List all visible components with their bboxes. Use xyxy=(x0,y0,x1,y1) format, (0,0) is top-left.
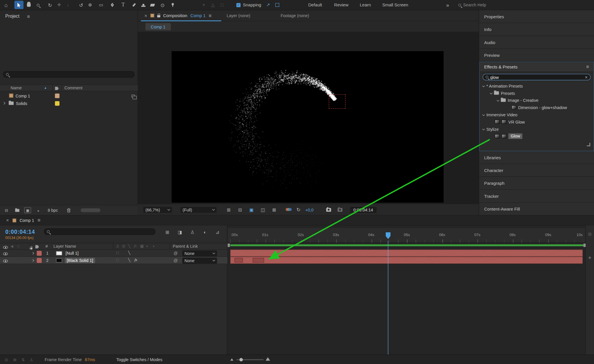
comp-marker-bin-icon[interactable]: ▤ xyxy=(586,231,593,237)
interpret-footage-icon[interactable]: ⊟ xyxy=(3,207,10,213)
work-area-start-handle[interactable] xyxy=(228,244,230,247)
panel-resize-grip[interactable] xyxy=(587,143,590,146)
color-depth-icon[interactable]: ◒ xyxy=(35,207,42,213)
horizontal-scrollbar-thumb[interactable] xyxy=(81,208,100,212)
preset-dimension-glow-shadow[interactable]: Dimension - glow+shadow xyxy=(480,104,594,111)
composition-tab-label[interactable]: Composition xyxy=(163,13,187,18)
collapse-chevron-icon[interactable] xyxy=(482,128,485,130)
view-axis-mode-icon[interactable]: □ xyxy=(218,1,227,9)
type-tool-icon[interactable]: T xyxy=(119,1,128,9)
composition-mini-flowchart-icon[interactable]: ⊞ xyxy=(163,228,172,236)
work-area-end-handle[interactable] xyxy=(583,244,586,247)
roto-brush-tool-icon[interactable]: ⊙ xyxy=(158,1,167,9)
close-tab-icon[interactable]: × xyxy=(6,218,9,223)
column-layer-name[interactable]: Layer Name xyxy=(53,244,76,249)
layer-name[interactable]: [Null 1] xyxy=(66,251,79,256)
workspace-learn[interactable]: Learn xyxy=(360,3,371,7)
panel-header-preview[interactable]: Preview xyxy=(479,49,594,61)
region-of-interest-icon[interactable]: ▣ xyxy=(247,206,256,214)
collapse-chevron-icon[interactable] xyxy=(497,99,499,102)
collapse-switch[interactable]: ◻ xyxy=(116,251,119,255)
choose-grid-guides-icon[interactable]: ⊞ xyxy=(224,206,233,214)
expand-chevron-icon[interactable] xyxy=(3,102,5,104)
magnification-dropdown[interactable]: (66,7%) xyxy=(143,207,172,213)
project-search[interactable] xyxy=(3,71,134,78)
label-column-icon[interactable] xyxy=(55,86,59,91)
snapshot-icon[interactable] xyxy=(324,206,333,214)
tab-footage[interactable]: Footage (none) xyxy=(281,13,309,18)
composition-view[interactable] xyxy=(172,51,444,202)
effect-glow-selected[interactable]: Glow xyxy=(480,133,594,140)
column-name[interactable]: Name xyxy=(11,86,22,90)
trash-icon[interactable] xyxy=(66,207,73,213)
parent-dropdown[interactable]: None xyxy=(182,258,217,264)
home-icon[interactable]: ⌂ xyxy=(1,1,10,9)
help-search-input[interactable] xyxy=(463,3,508,7)
workspace-review[interactable]: Review xyxy=(334,3,348,7)
panel-header-content-aware-fill[interactable]: Content-Aware Fill xyxy=(479,203,594,215)
tree-presets-folder[interactable]: Presets xyxy=(480,89,594,97)
panel-header-paragraph[interactable]: Paragraph xyxy=(479,177,594,190)
toggle-switches-modes-button[interactable]: Toggle Switches / Modes xyxy=(116,357,162,362)
rotation-tool-icon[interactable]: ↺ xyxy=(77,1,86,9)
layer-row-null-1[interactable]: 1 [Null 1] ◻ ╲ @ None xyxy=(0,250,227,257)
panel-header-audio[interactable]: Audio xyxy=(479,36,594,49)
quality-switch[interactable]: ╲ xyxy=(128,251,130,255)
timeline-tab-label[interactable]: Comp 1 xyxy=(19,218,34,223)
collapse-chevron-icon[interactable] xyxy=(482,113,485,116)
new-folder-icon[interactable] xyxy=(14,207,21,213)
zoom-out-mountain-icon[interactable] xyxy=(230,358,233,361)
workspace-small-screen[interactable]: Small Screen xyxy=(382,3,408,7)
layer-bar-null-1[interactable] xyxy=(230,250,583,257)
tab-layer[interactable]: Layer (none) xyxy=(227,13,250,18)
resolution-dropdown[interactable]: (Full) xyxy=(180,207,217,213)
breadcrumb[interactable]: Comp 1 xyxy=(146,23,171,30)
view-layout-icon[interactable]: ⊠ xyxy=(270,206,279,214)
toggle-mask-paths-icon[interactable]: ⊟ xyxy=(236,206,245,214)
workspace-overflow-chevron[interactable]: » xyxy=(443,1,452,9)
collapse-chevron-icon[interactable] xyxy=(490,92,492,94)
show-snapshot-icon[interactable] xyxy=(336,206,345,214)
exposure-value[interactable]: +0,0 xyxy=(305,207,314,212)
orbit-camera-tool-icon[interactable]: ↻ xyxy=(46,1,55,9)
panel-header-properties[interactable]: Properties xyxy=(479,10,594,23)
help-search[interactable] xyxy=(458,3,508,7)
project-panel-menu-icon[interactable]: ≡ xyxy=(27,13,30,19)
layer-name-selected[interactable]: [Black Solid 1] xyxy=(65,258,95,263)
project-flow-icon[interactable]: ⊞ xyxy=(11,356,18,363)
project-search-input[interactable] xyxy=(11,72,132,77)
effects-search-input[interactable] xyxy=(490,75,583,79)
quality-switch[interactable]: ╲ xyxy=(128,258,130,262)
snapping-toggle[interactable]: ✓ Snapping xyxy=(236,3,261,7)
graph-editor-icon[interactable]: ⊿ xyxy=(213,228,222,236)
composition-tab-comp-name[interactable]: Comp 1 xyxy=(190,13,206,18)
sort-ascending-icon[interactable]: ▲ xyxy=(44,86,47,89)
switches-icon[interactable]: ⇅ xyxy=(20,356,27,363)
zoom-in-mountain-icon[interactable] xyxy=(266,357,270,361)
clone-stamp-tool-icon[interactable] xyxy=(139,1,148,9)
project-item-solids[interactable]: Solids xyxy=(0,100,138,107)
layer-expand-chevron[interactable] xyxy=(31,252,34,255)
dolly-camera-tool-icon[interactable]: ↓ xyxy=(64,1,73,9)
timeline-zoom-handle[interactable] xyxy=(239,358,243,361)
viewer-menu-icon[interactable]: ≡ xyxy=(209,13,211,19)
preview-timecode[interactable]: 0:00:04:14 xyxy=(350,207,376,213)
collapse-switch[interactable]: ◻ xyxy=(116,258,119,262)
label-color-swatch[interactable] xyxy=(55,93,59,98)
parent-pick-whip-icon[interactable]: @ xyxy=(173,251,178,256)
hand-tool-icon[interactable] xyxy=(24,1,33,9)
channel-icon[interactable] xyxy=(286,207,292,212)
collapse-chevron-icon[interactable] xyxy=(482,84,485,87)
tree-stylize[interactable]: Stylize xyxy=(480,125,594,133)
tree-immersive-video[interactable]: Immersive Video xyxy=(480,111,594,118)
snapping-checkbox[interactable]: ✓ xyxy=(236,3,240,7)
pan-camera-tool-icon[interactable]: ✚ xyxy=(55,1,64,9)
timeline-search-input[interactable] xyxy=(52,229,152,234)
hide-shy-layers-icon[interactable]: ♙ xyxy=(188,228,197,236)
graph-editor-set-icon[interactable]: ◆ xyxy=(586,254,593,260)
effects-panel-menu-icon[interactable]: ≡ xyxy=(586,64,589,70)
layer-visibility-icon[interactable] xyxy=(3,260,8,262)
toggle-transparency-grid-icon[interactable]: ◫ xyxy=(258,206,267,214)
effect-vr-glow[interactable]: VR Glow xyxy=(480,118,594,126)
eraser-tool-icon[interactable] xyxy=(148,1,157,9)
